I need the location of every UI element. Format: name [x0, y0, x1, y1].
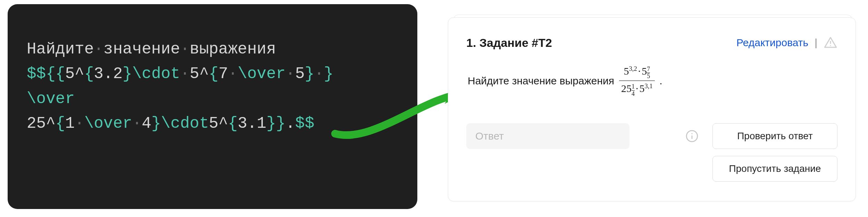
code-line-4: 25^{1·\over·4}\cdot5^{3.1}}.$$	[27, 111, 403, 136]
code-line-1: Найдите·значение·выражения	[27, 37, 403, 62]
answer-input[interactable]	[466, 123, 629, 149]
code-line-2: $${{5^{3.2}\cdot·5^{7·\over·5}·}	[27, 62, 403, 86]
answer-controls: Проверить ответ Пропустить задание	[466, 123, 837, 182]
info-icon[interactable]	[685, 130, 699, 143]
skip-task-button[interactable]: Пропустить задание	[712, 156, 837, 182]
svg-point-3	[830, 45, 831, 46]
task-title: 1. Задание #T2	[466, 36, 552, 50]
warning-icon[interactable]	[824, 36, 837, 50]
divider: |	[815, 37, 817, 49]
card-header: 1. Задание #T2 Редактировать |	[466, 36, 837, 50]
problem-statement: Найдите значение выражения 53,2·575 2514…	[468, 65, 837, 97]
latex-source-panel: Найдите·значение·выражения $${{5^{3.2}\c…	[8, 4, 417, 209]
check-answer-button[interactable]: Проверить ответ	[712, 123, 837, 149]
problem-text: Найдите значение выражения	[468, 75, 614, 87]
svg-point-6	[691, 133, 692, 134]
rendered-formula: 53,2·575 2514·53,1	[619, 65, 655, 97]
edit-link[interactable]: Редактировать	[736, 37, 808, 49]
code-line-3: \over	[27, 87, 403, 111]
formula-trailing-period: .	[660, 75, 662, 87]
task-card: 1. Задание #T2 Редактировать | Найдите з…	[448, 17, 856, 201]
